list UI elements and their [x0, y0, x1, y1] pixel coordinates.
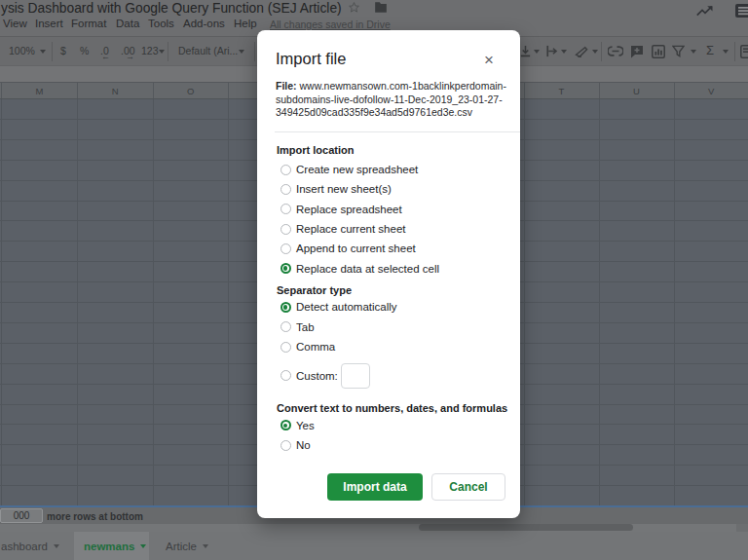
menu-data[interactable]: Data [116, 18, 139, 29]
menu-add-ons[interactable]: Add-ons [183, 18, 225, 29]
text-rotation-caret-icon [592, 50, 598, 54]
column-header-M[interactable]: M [1, 83, 77, 98]
radio-option-create-new-spreadsheet[interactable]: Create new spreadsheet [277, 160, 501, 179]
radio-label: Replace current sheet [296, 223, 406, 235]
zoom-select[interactable]: 100% [9, 45, 35, 56]
sheet-tab-article[interactable]: Article [156, 532, 220, 560]
increase-decimal-arrow-icon: → [126, 52, 134, 61]
radio-label: Comma [296, 341, 335, 353]
radio-label: Append to current sheet [296, 243, 416, 254]
column-header-T[interactable]: T [524, 83, 599, 98]
radio-selected-icon[interactable] [280, 302, 291, 313]
menu-help[interactable]: Help [234, 18, 257, 29]
more-formats-caret-icon [159, 50, 165, 54]
grid-vline [524, 99, 525, 506]
radio-option-no[interactable]: No [277, 435, 501, 455]
file-label: File: [276, 80, 297, 92]
radio-unselected-icon[interactable] [280, 224, 291, 235]
sheet-tab-newmans[interactable]: newmans [74, 532, 149, 560]
import-data-button[interactable]: Import data [327, 473, 423, 501]
document-title[interactable]: ysis Dashboard with Google Query Functio… [1, 1, 342, 16]
radio-selected-icon[interactable] [280, 263, 291, 274]
sheet-tab-label: newmans [84, 541, 134, 552]
file-name-line: subdomains-live-dofollow-11-Dec-2019_23-… [276, 93, 503, 105]
grid-vline [228, 99, 229, 506]
radio-unselected-icon[interactable] [280, 370, 291, 381]
move-folder-icon[interactable] [374, 1, 388, 14]
radio-option-custom[interactable]: Custom: [277, 360, 501, 391]
radio-option-detect-automatically[interactable]: Detect automatically [277, 297, 501, 317]
font-caret-icon [239, 50, 244, 54]
column-header-U[interactable]: U [599, 83, 674, 98]
section-title-convert-text: Convert text to numbers, dates, and form… [277, 402, 501, 414]
column-header-V[interactable]: V [674, 83, 748, 98]
radio-unselected-icon[interactable] [280, 204, 291, 214]
radio-unselected-icon[interactable] [280, 440, 291, 451]
radio-option-yes[interactable]: Yes [277, 416, 501, 435]
scrollbar-corner [736, 524, 748, 532]
grid-vline [1, 99, 2, 506]
format-percent-button[interactable]: % [80, 45, 89, 56]
dialog-body: Import locationCreate new spreadsheetIns… [277, 135, 501, 455]
text-rotation-icon[interactable] [575, 45, 589, 57]
radio-unselected-icon[interactable] [280, 243, 291, 254]
radio-selected-icon[interactable] [280, 420, 291, 430]
text-wrap-icon[interactable] [545, 45, 559, 57]
add-rows-count-input[interactable]: 000 [0, 508, 43, 523]
dialog-title: Import file [276, 50, 346, 68]
star-icon[interactable] [348, 1, 360, 14]
sheet-tab-ashboard[interactable]: ashboard [0, 532, 68, 560]
radio-option-comma[interactable]: Comma [277, 337, 501, 356]
font-select[interactable]: Default (Ari... [178, 45, 238, 56]
grid-vline [77, 99, 78, 506]
radio-unselected-icon[interactable] [280, 321, 291, 332]
radio-option-insert-new-sheet-s[interactable]: Insert new sheet(s) [277, 179, 501, 199]
column-header-O[interactable]: O [153, 83, 229, 98]
radio-label: Tab [296, 321, 315, 333]
grid-vline [599, 99, 600, 506]
menu-format[interactable]: Format [71, 18, 106, 29]
insert-link-icon[interactable] [608, 46, 623, 56]
radio-unselected-icon[interactable] [280, 342, 291, 353]
vertical-align-caret-icon [534, 50, 540, 54]
radio-option-replace-spreadsheet[interactable]: Replace spreadsheet [277, 200, 501, 219]
menu-tools[interactable]: Tools [148, 18, 174, 29]
menu-insert[interactable]: Insert [35, 18, 63, 29]
title-bar: ysis Dashboard with Google Query Functio… [0, 0, 748, 16]
insert-comment-icon[interactable] [630, 45, 644, 58]
menu-view[interactable]: View [3, 18, 27, 29]
more-formats-button[interactable]: 123 [141, 45, 159, 56]
radio-unselected-icon[interactable] [280, 184, 291, 195]
close-icon[interactable]: × [480, 52, 498, 69]
functions-button[interactable]: Σ [706, 43, 714, 57]
create-filter-icon[interactable] [672, 45, 685, 57]
horizontal-scrollbar-thumb[interactable] [419, 524, 633, 531]
column-header-N[interactable]: N [77, 83, 153, 98]
toolbar-divider [168, 42, 168, 61]
section-title-separator-type: Separator type [277, 284, 501, 296]
cancel-button[interactable]: Cancel [431, 473, 505, 501]
zoom-caret-icon [40, 50, 46, 54]
radio-label: Replace data at selected cell [296, 263, 439, 275]
add-rows-label: more rows at bottom [47, 511, 143, 522]
saved-status-link[interactable]: All changes saved in Drive [270, 19, 391, 30]
toolbar-divider [734, 42, 735, 61]
file-name-line: www.newmansown.com-1backlinkperdomain- [297, 80, 506, 92]
insert-chart-icon[interactable] [652, 45, 665, 58]
format-currency-button[interactable]: $ [60, 45, 66, 56]
radio-option-replace-current-sheet[interactable]: Replace current sheet [277, 219, 501, 239]
grid-vline [153, 99, 154, 506]
cropped-toolbar-icon[interactable] [740, 45, 748, 58]
radio-option-replace-data-at-selected-cell[interactable]: Replace data at selected cell [277, 258, 501, 278]
custom-separator-input[interactable] [341, 363, 370, 389]
radio-option-tab[interactable]: Tab [277, 317, 501, 337]
radio-unselected-icon[interactable] [280, 165, 291, 175]
radio-label: Replace spreadsheet [296, 204, 402, 215]
radio-label: Custom: [296, 370, 338, 382]
radio-label: Insert new sheet(s) [296, 183, 392, 195]
vertical-align-icon[interactable] [519, 45, 532, 57]
dialog-buttons: Import data Cancel [257, 473, 520, 501]
google-sheets-app: ysis Dashboard with Google Query Functio… [0, 0, 748, 560]
radio-option-append-to-current-sheet[interactable]: Append to current sheet [277, 239, 501, 258]
toolbar-divider [254, 42, 255, 61]
